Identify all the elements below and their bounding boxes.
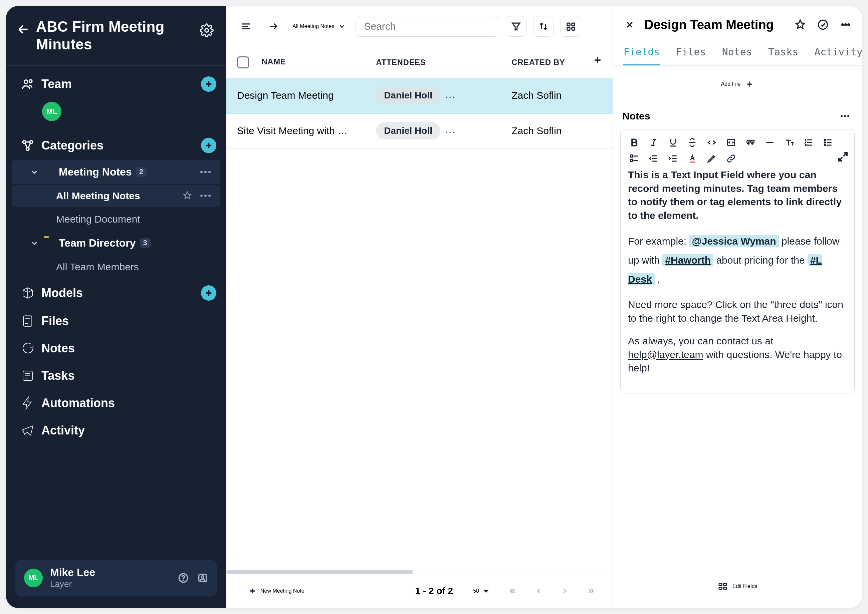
bullet-list-icon[interactable] [821,136,834,149]
bold-icon[interactable] [628,136,641,149]
code-icon[interactable] [705,136,718,149]
settings-button[interactable] [199,23,214,39]
plus-icon [204,79,213,89]
sidebar-section-files[interactable]: Files [6,307,226,335]
menu-button[interactable] [236,16,256,37]
sidebar-section-activity[interactable]: Activity [6,417,226,444]
indent-icon[interactable] [667,152,679,165]
close-detail-button[interactable] [621,16,638,33]
add-category-button[interactable] [201,138,216,153]
add-model-button[interactable] [201,285,216,301]
detail-title: Design Team Meeting [644,18,786,32]
quote-icon[interactable] [744,136,757,149]
attendee-chip[interactable]: Daniel Holl [376,87,440,104]
page-size-select[interactable]: 50 [466,583,497,598]
select-all-checkbox[interactable] [237,56,249,68]
column-name[interactable]: Name [226,47,368,78]
element-tag[interactable]: #Haworth [662,254,713,266]
category-meeting-notes[interactable]: Meeting Notes 2 [12,160,220,184]
text-color-icon[interactable] [686,152,699,165]
page-next-button[interactable] [555,581,575,601]
divider [6,65,226,66]
category-more-button[interactable] [198,168,212,176]
svg-point-22 [824,142,826,143]
help-email-link[interactable]: help@layer.team [628,349,703,360]
help-icon[interactable] [178,572,189,584]
category-team-directory[interactable]: Team Directory 3 [12,231,220,255]
detail-more-button[interactable] [837,16,854,33]
avatar[interactable]: ML [42,102,61,121]
table-row[interactable]: Site Visit Meeting with …Daniel HollEile… [226,113,613,149]
profile-icon[interactable] [197,572,208,584]
italic-icon[interactable] [648,136,660,149]
tab-files[interactable]: Files [675,39,707,65]
favorite-button[interactable] [792,16,809,33]
view-all-team-members[interactable]: All Team Members [12,256,220,278]
sidebar-section-categories[interactable]: Categories [6,131,226,160]
tab-activity[interactable]: Activity [814,39,862,65]
filter-button[interactable] [506,16,526,37]
underline-icon[interactable] [667,136,679,149]
strike-icon[interactable] [686,136,699,149]
ordered-list-icon[interactable] [802,136,815,149]
view-meeting-document[interactable]: Meeting Document [12,208,220,230]
editor-content[interactable]: This is a Text Input Field where you can… [628,168,847,375]
sidebar-section-notes[interactable]: Notes [6,335,226,362]
add-file-button[interactable]: Add File [620,72,855,96]
tab-fields[interactable]: Fields [623,39,660,65]
sidebar-section-models[interactable]: Models [6,279,226,307]
gear-icon [200,23,214,37]
link-icon[interactable] [725,152,738,165]
column-attendees[interactable]: Attendees [368,47,504,78]
new-meeting-note-button[interactable]: New Meeting Note [238,581,314,600]
back-button[interactable] [17,23,30,36]
add-column-button[interactable] [588,50,607,70]
add-team-button[interactable] [201,76,216,92]
star-icon[interactable] [182,191,193,201]
categories-icon [21,138,35,152]
hr-icon[interactable] [764,136,776,149]
forward-button[interactable] [263,16,284,37]
complete-button[interactable] [815,16,831,33]
table-row[interactable]: Design Team MeetingDaniel HollEileen Gra… [226,78,613,113]
svg-point-19 [848,24,849,25]
tab-notes[interactable]: Notes [721,39,753,65]
category-label: Meeting Notes [59,166,132,178]
categories-label: Categories [41,138,104,152]
view-all-meeting-notes[interactable]: All Meeting Notes [12,185,220,207]
chevron-left-icon [535,587,543,595]
checklist-icon[interactable] [628,152,641,165]
highlight-icon[interactable] [705,152,718,165]
expand-editor-button[interactable] [836,151,849,164]
sort-button[interactable] [533,16,554,37]
cell-attendees: Daniel HollEileen Gray [368,113,504,149]
team-avatar-row: ML [6,98,226,131]
sidebar-section-automations[interactable]: Automations [6,389,226,417]
view-more-button[interactable] [198,195,212,197]
page-last-button[interactable] [581,581,601,601]
sidebar-section-tasks[interactable]: Tasks [6,362,226,389]
page-prev-button[interactable] [529,581,548,601]
sidebar-section-team[interactable]: Team [6,70,226,98]
tasks-label: Tasks [41,369,75,383]
view-selector[interactable]: All Meeting Notes [290,23,349,30]
horizontal-scrollbar[interactable] [226,570,613,574]
edit-fields-label: Edit Fields [733,583,758,589]
svg-rect-27 [719,587,722,589]
count-badge: 3 [140,238,151,248]
text-size-icon[interactable] [783,136,795,149]
notes-more-button[interactable] [837,109,852,124]
attendee-chip[interactable]: Daniel Holl [376,122,440,140]
search-input[interactable] [356,16,499,37]
codeblock-icon[interactable] [725,136,738,149]
page-first-button[interactable] [503,581,522,601]
tab-tasks[interactable]: Tasks [767,39,799,65]
plus-icon [593,55,602,65]
user-card[interactable]: ML Mike Lee Layer [16,560,217,596]
page-size-value: 50 [473,588,479,594]
group-button[interactable] [561,16,581,37]
edit-fields-button[interactable]: Edit Fields [708,575,767,597]
outdent-icon[interactable] [648,152,660,165]
mention-tag[interactable]: @Jessica Wyman [689,235,778,247]
column-created-by[interactable]: Created By [504,47,613,78]
